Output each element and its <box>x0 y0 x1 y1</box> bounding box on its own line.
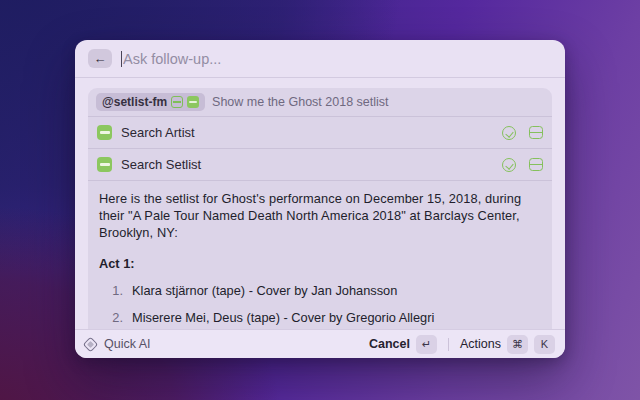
user-query-text: Show me the Ghost 2018 setlist <box>212 95 388 109</box>
cancel-label: Cancel <box>369 337 410 351</box>
tool-row-search-artist[interactable]: Search Artist <box>88 117 552 148</box>
song-item: 1. Klara stjärnor (tape) - Cover by Jan … <box>99 282 541 299</box>
raycast-icon <box>83 336 99 352</box>
tool-label: Search Artist <box>121 125 493 140</box>
ai-response: Here is the setlist for Ghost's performa… <box>88 181 552 329</box>
cancel-button[interactable]: Cancel ↵ <box>369 335 437 354</box>
setlist-fm-icon <box>97 157 112 172</box>
song-number: 2. <box>99 309 123 326</box>
tool-row-search-setlist[interactable]: Search Setlist <box>88 149 552 180</box>
user-query-row: @setlist-fm Show me the Ghost 2018 setli… <box>88 88 552 116</box>
back-button[interactable]: ← <box>88 49 112 68</box>
k-key-icon: K <box>534 335 555 354</box>
ask-followup-input[interactable] <box>123 51 552 67</box>
footer-divider <box>448 338 449 351</box>
tool-label: Search Setlist <box>121 157 493 172</box>
command-key-icon: ⌘ <box>507 335 528 354</box>
song-number: 1. <box>99 282 123 299</box>
quick-ai-branding: Quick AI <box>85 337 151 351</box>
tool-status <box>502 126 543 140</box>
actions-button[interactable]: Actions ⌘ K <box>460 335 555 354</box>
response-intro: Here is the setlist for Ghost's performa… <box>99 190 541 241</box>
back-arrow-icon: ← <box>94 51 107 66</box>
song-title: Miserere Mei, Deus (tape) - Cover by Gre… <box>132 309 434 326</box>
song-title: Klara stjärnor (tape) - Cover by Jan Joh… <box>132 282 397 299</box>
setlist-outline-icon <box>171 96 183 108</box>
text-cursor <box>121 51 122 67</box>
check-circle-icon <box>502 158 516 172</box>
song-item: 2. Miserere Mei, Deus (tape) - Cover by … <box>99 309 541 326</box>
setlist-fm-tag[interactable]: @setlist-fm <box>96 93 205 111</box>
tool-status <box>502 158 543 172</box>
setlist-filled-icon <box>187 96 199 108</box>
enter-key-icon: ↵ <box>416 335 437 354</box>
footer-bar: Quick AI Cancel ↵ Actions ⌘ K <box>75 329 565 358</box>
setlist-fm-icon <box>97 125 112 140</box>
result-card-icon <box>529 158 543 171</box>
check-circle-icon <box>502 126 516 140</box>
followup-input-row: ← <box>75 40 565 78</box>
act-heading: Act 1: <box>99 255 541 272</box>
setlist-songs: 1. Klara stjärnor (tape) - Cover by Jan … <box>99 282 541 329</box>
conversation-panel: @setlist-fm Show me the Ghost 2018 setli… <box>88 88 552 329</box>
tag-label: @setlist-fm <box>102 95 167 109</box>
quick-ai-label: Quick AI <box>104 337 151 351</box>
quick-ai-dialog: ← @setlist-fm Show me the Ghost 2018 set… <box>75 40 565 358</box>
actions-label: Actions <box>460 337 501 351</box>
result-card-icon <box>529 126 543 139</box>
